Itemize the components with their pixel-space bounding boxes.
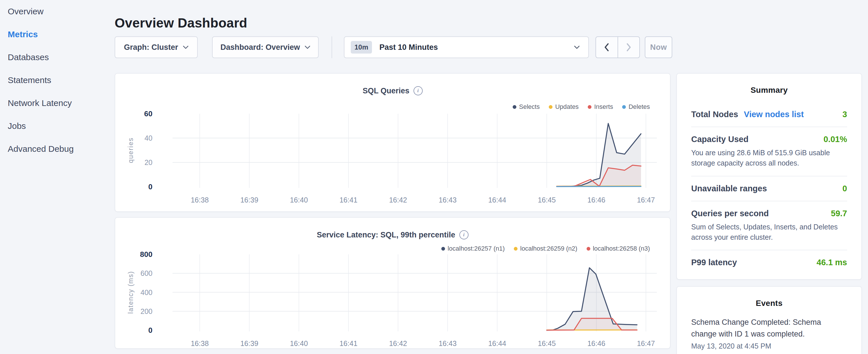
chevron-right-icon: [625, 43, 632, 52]
summary-row-value: 0.01%: [824, 135, 847, 144]
summary-row-label: Total Nodes: [691, 110, 738, 119]
sidebar-item-overview[interactable]: Overview: [8, 0, 111, 23]
chevron-down-icon: [574, 45, 580, 49]
controls-row: Graph: Cluster Dashboard: Overview 10m P…: [0, 36, 868, 58]
summary-row: P99 latency46.1 ms: [691, 250, 847, 275]
time-range-label: Past 10 Minutes: [379, 43, 574, 52]
svg-text:16:45: 16:45: [538, 340, 556, 347]
svg-text:16:38: 16:38: [191, 196, 209, 204]
summary-row: Capacity Used0.01%You are using 28.6 MiB…: [691, 127, 847, 176]
svg-text:16:39: 16:39: [241, 340, 258, 347]
summary-row: Unavailable ranges0: [691, 176, 847, 201]
svg-text:16:39: 16:39: [241, 196, 258, 204]
summary-row-value: 59.7: [831, 209, 847, 218]
svg-text:16:42: 16:42: [389, 196, 407, 204]
summary-row: Total NodesView nodes list3: [691, 102, 847, 127]
sidebar-item-advanced-debug[interactable]: Advanced Debug: [8, 137, 111, 160]
summary-row-label: Queries per second: [691, 209, 769, 218]
svg-text:16:44: 16:44: [488, 196, 506, 204]
summary-row-desc: Sum of Selects, Updates, Inserts, and De…: [691, 222, 847, 243]
sidebar-item-statements[interactable]: Statements: [8, 69, 111, 92]
svg-text:200: 200: [141, 307, 152, 315]
svg-text:16:46: 16:46: [587, 196, 606, 204]
svg-text:16:47: 16:47: [637, 196, 655, 204]
summary-card: Summary Total NodesView nodes list3Capac…: [676, 73, 862, 280]
svg-text:60: 60: [144, 109, 152, 118]
svg-text:16:41: 16:41: [340, 196, 358, 204]
summary-row-value: 0: [842, 184, 847, 193]
event-timestamp: May 13, 2020 at 4:45 PM: [691, 342, 847, 350]
time-prev-button[interactable]: [596, 37, 618, 58]
time-next-button[interactable]: [618, 37, 640, 58]
summary-row-label: Capacity Used: [691, 135, 748, 144]
chevron-left-icon: [603, 43, 610, 52]
summary-row-label: Unavailable ranges: [691, 184, 767, 193]
svg-text:16:40: 16:40: [290, 196, 308, 204]
summary-title: Summary: [691, 86, 847, 95]
time-range-badge: 10m: [351, 41, 372, 54]
svg-text:16:42: 16:42: [389, 340, 407, 347]
dashboard-dropdown-label: Dashboard: Overview: [220, 43, 300, 52]
events-list: Schema Change Completed: Schema change w…: [691, 317, 847, 350]
page-title: Overview Dashboard: [115, 15, 247, 31]
time-range-selector[interactable]: 10m Past 10 Minutes: [344, 36, 589, 58]
summary-row-value: 46.1 ms: [817, 258, 847, 267]
summary-row-desc: You are using 28.6 MiB of 515.9 GiB usab…: [691, 148, 847, 168]
svg-text:16:45: 16:45: [538, 196, 556, 204]
sql-queries-chart: 16:3816:3916:4016:4116:4216:4316:4416:45…: [115, 74, 670, 212]
sidebar-item-jobs[interactable]: Jobs: [8, 115, 111, 137]
svg-text:40: 40: [145, 134, 152, 142]
dashboard-dropdown[interactable]: Dashboard: Overview: [212, 36, 319, 58]
chevron-down-icon: [183, 45, 189, 49]
svg-text:0: 0: [149, 183, 152, 191]
event-item: Schema Change Completed: Schema change w…: [691, 317, 847, 350]
events-card: Events Schema Change Completed: Schema c…: [676, 286, 862, 354]
svg-text:16:47: 16:47: [637, 340, 655, 347]
time-step-buttons: [595, 36, 640, 58]
svg-text:16:46: 16:46: [587, 340, 606, 347]
controls-divider: [332, 36, 332, 58]
events-title: Events: [691, 299, 847, 308]
svg-text:0: 0: [149, 326, 152, 334]
svg-text:400: 400: [141, 288, 152, 296]
svg-text:queries: queries: [127, 137, 134, 163]
chevron-down-icon: [305, 45, 310, 49]
svg-text:16:43: 16:43: [439, 340, 457, 347]
summary-row-label: P99 latency: [691, 258, 737, 267]
view-nodes-link[interactable]: View nodes list: [744, 110, 804, 119]
summary-rows: Total NodesView nodes list3Capacity Used…: [691, 102, 847, 275]
now-button[interactable]: Now: [645, 36, 672, 58]
service-latency-chart: 16:3816:3916:4016:4116:4216:4316:4416:45…: [115, 218, 670, 348]
svg-text:800: 800: [140, 250, 152, 259]
sidebar-item-network-latency[interactable]: Network Latency: [8, 92, 111, 115]
service-latency-panel: Service Latency: SQL, 99th percentile i …: [115, 217, 671, 349]
svg-text:16:41: 16:41: [340, 340, 358, 347]
sidebar-nav: OverviewMetricsDatabasesStatementsNetwor…: [8, 0, 111, 160]
graph-dropdown-label: Graph: Cluster: [124, 43, 178, 52]
svg-text:16:43: 16:43: [439, 196, 457, 204]
svg-text:16:44: 16:44: [488, 340, 506, 347]
event-text: Schema Change Completed: Schema change w…: [691, 317, 847, 340]
summary-row-value: 3: [842, 110, 847, 119]
now-button-label: Now: [650, 43, 667, 52]
svg-text:latency (ms): latency (ms): [127, 271, 134, 314]
svg-text:600: 600: [141, 269, 152, 277]
graph-dropdown[interactable]: Graph: Cluster: [115, 36, 198, 58]
svg-text:16:40: 16:40: [290, 340, 308, 347]
svg-text:16:38: 16:38: [191, 340, 209, 347]
svg-text:20: 20: [145, 158, 152, 166]
sql-queries-panel: SQL Queries i SelectsUpdatesInsertsDelet…: [115, 73, 671, 212]
summary-row: Queries per second59.7Sum of Selects, Up…: [691, 201, 847, 251]
